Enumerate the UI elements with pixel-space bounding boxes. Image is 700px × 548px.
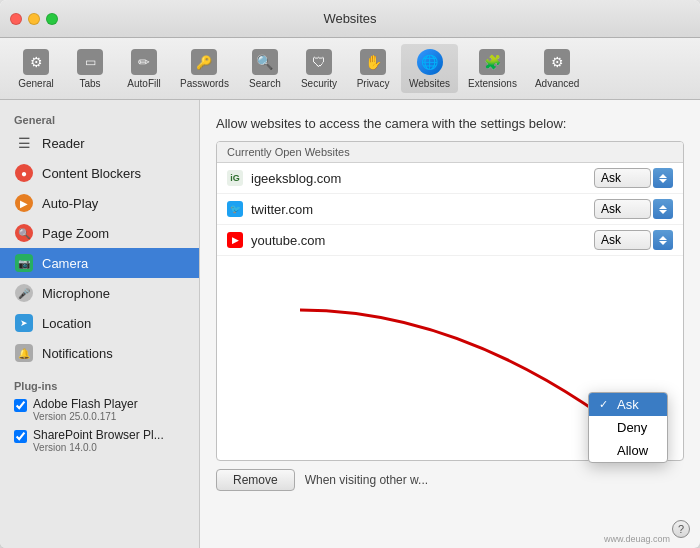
maximize-button[interactable] [46,13,58,25]
sidebar: General ☰ Reader ● Content Blockers ▶ [0,100,200,548]
igeeksblog-name: igeeksblog.com [251,171,594,186]
dropdown-item-ask[interactable]: ✓ Ask [589,393,667,416]
minimize-button[interactable] [28,13,40,25]
toolbar-item-security[interactable]: 🛡 Security [293,44,345,93]
toolbar-item-extensions[interactable]: 🧩 Extensions [460,44,525,93]
toolbar-label-security: Security [301,78,337,89]
advanced-icon: ⚙ [543,48,571,76]
bottom-bar: Remove When visiting other w... ✓ Ask De… [216,461,684,499]
toolbar-label-passwords: Passwords [180,78,229,89]
toolbar-item-advanced[interactable]: ⚙ Advanced [527,44,587,93]
sidebar-label-camera: Camera [42,256,88,271]
igeeksblog-favicon: iG [227,170,243,186]
extensions-icon: 🧩 [478,48,506,76]
sidebar-label-content-blockers: Content Blockers [42,166,141,181]
location-icon: ➤ [14,313,34,333]
dropdown-item-deny[interactable]: Deny [589,416,667,439]
currently-open-header: Currently Open Websites [217,142,683,163]
toolbar-item-websites[interactable]: 🌐 Websites [401,44,458,93]
arrow-up [659,205,667,209]
sidebar-item-location[interactable]: ➤ Location [0,308,199,338]
toolbar-label-extensions: Extensions [468,78,517,89]
visiting-other-label: When visiting other w... [305,473,674,487]
auto-play-icon: ▶ [14,193,34,213]
plugin-adobe-flash-version: Version 25.0.0.171 [33,411,138,422]
close-button[interactable] [10,13,22,25]
page-zoom-icon: 🔍 [14,223,34,243]
toolbar-label-general: General [18,78,54,89]
microphone-icon: 🎤 [14,283,34,303]
content-panel: Allow websites to access the camera with… [200,100,700,548]
plugin-sharepoint-info: SharePoint Browser Pl... Version 14.0.0 [33,428,164,453]
watermark: www.deuag.com [604,534,670,544]
youtube-select-wrapper: Ask Deny Allow [594,230,673,250]
arrow-down [659,241,667,245]
reader-icon: ☰ [14,133,34,153]
dropdown-item-allow[interactable]: Allow [589,439,667,462]
sidebar-label-microphone: Microphone [42,286,110,301]
plugin-adobe-flash-info: Adobe Flash Player Version 25.0.0.171 [33,397,138,422]
websites-icon: 🌐 [416,48,444,76]
sidebar-label-reader: Reader [42,136,85,151]
help-button[interactable]: ? [672,520,690,538]
dropdown-allow-label: Allow [617,443,648,458]
igeeksblog-select-arrow[interactable] [653,168,673,188]
toolbar-item-privacy[interactable]: ✋ Privacy [347,44,399,93]
sidebar-label-notifications: Notifications [42,346,113,361]
youtube-favicon: ▶ [227,232,243,248]
arrow-down [659,179,667,183]
toolbar-item-autofill[interactable]: ✏ AutoFill [118,44,170,93]
igeeksblog-select[interactable]: Ask Deny Allow [594,168,651,188]
website-row-twitter[interactable]: 🐦 twitter.com Ask Deny Allow [217,194,683,225]
toolbar: ⚙ General ▭ Tabs ✏ AutoFill 🔑 Passwords [0,38,700,100]
plugin-sharepoint-checkbox[interactable] [14,430,27,443]
toolbar-item-passwords[interactable]: 🔑 Passwords [172,44,237,93]
passwords-icon: 🔑 [190,48,218,76]
sidebar-item-page-zoom[interactable]: 🔍 Page Zoom [0,218,199,248]
plugin-adobe-flash-checkbox[interactable] [14,399,27,412]
dropdown-popup: ✓ Ask Deny Allow [588,392,668,463]
youtube-select[interactable]: Ask Deny Allow [594,230,651,250]
sidebar-item-notifications[interactable]: 🔔 Notifications [0,338,199,368]
tabs-icon: ▭ [76,48,104,76]
sidebar-section-plugins: Plug-ins [0,376,199,394]
plugin-adobe-flash-name: Adobe Flash Player [33,397,138,411]
toolbar-item-search[interactable]: 🔍 Search [239,44,291,93]
general-icon: ⚙ [22,48,50,76]
content-description: Allow websites to access the camera with… [216,116,684,131]
dropdown-deny-label: Deny [617,420,647,435]
toolbar-label-tabs: Tabs [79,78,100,89]
plugin-adobe-flash: Adobe Flash Player Version 25.0.0.171 [0,394,199,425]
twitter-select[interactable]: Ask Deny Allow [594,199,651,219]
sidebar-item-camera[interactable]: 📷 Camera [0,248,199,278]
toolbar-item-tabs[interactable]: ▭ Tabs [64,44,116,93]
toolbar-label-privacy: Privacy [357,78,390,89]
notifications-icon: 🔔 [14,343,34,363]
sidebar-item-microphone[interactable]: 🎤 Microphone [0,278,199,308]
dropdown-ask-label: Ask [617,397,639,412]
website-row-youtube[interactable]: ▶ youtube.com Ask Deny Allow [217,225,683,256]
twitter-select-arrow[interactable] [653,199,673,219]
privacy-icon: ✋ [359,48,387,76]
sidebar-label-auto-play: Auto-Play [42,196,98,211]
youtube-name: youtube.com [251,233,594,248]
arrow-up [659,174,667,178]
camera-icon: 📷 [14,253,34,273]
sidebar-item-reader[interactable]: ☰ Reader [0,128,199,158]
plugin-sharepoint-name: SharePoint Browser Pl... [33,428,164,442]
sidebar-item-auto-play[interactable]: ▶ Auto-Play [0,188,199,218]
sidebar-label-location: Location [42,316,91,331]
toolbar-label-autofill: AutoFill [127,78,160,89]
youtube-select-arrow[interactable] [653,230,673,250]
sidebar-item-content-blockers[interactable]: ● Content Blockers [0,158,199,188]
plugin-sharepoint: SharePoint Browser Pl... Version 14.0.0 [0,425,199,456]
plugin-sharepoint-version: Version 14.0.0 [33,442,164,453]
main-content: General ☰ Reader ● Content Blockers ▶ [0,100,700,548]
toolbar-item-general[interactable]: ⚙ General [10,44,62,93]
remove-button[interactable]: Remove [216,469,295,491]
website-row-igeeksblog[interactable]: iG igeeksblog.com Ask Deny Allow [217,163,683,194]
search-icon: 🔍 [251,48,279,76]
checkmark-ask: ✓ [599,398,611,411]
window-title: Websites [323,11,376,26]
safari-preferences-window: Websites ⚙ General ▭ Tabs ✏ AutoFill [0,0,700,548]
